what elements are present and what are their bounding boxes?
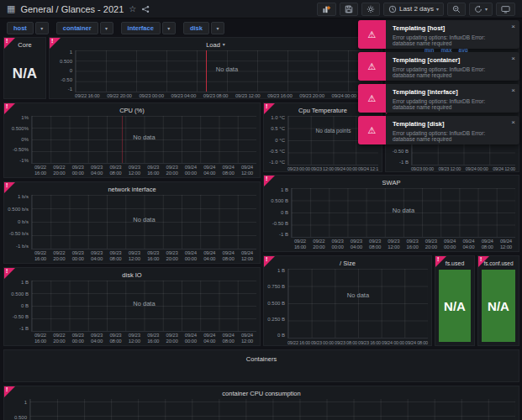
cycle-view-mode-button[interactable] xyxy=(496,3,515,16)
x-tick: 09/23 16:00 xyxy=(144,250,162,263)
x-tick: 09/23 12:00 xyxy=(125,165,144,177)
star-icon[interactable]: ☆ xyxy=(129,4,136,13)
x-tick: 09/24 00:00 xyxy=(440,239,459,251)
y-tick: -1 B xyxy=(399,160,409,165)
variable-disk: disk ▾ xyxy=(183,22,224,34)
toast-title: Templating [container] xyxy=(393,56,508,64)
save-dashboard-button[interactable] xyxy=(340,3,358,16)
panel-title[interactable]: / Size xyxy=(264,256,431,267)
y-tick: -1.0 °C xyxy=(269,160,285,165)
chevron-down-icon: ▾ xyxy=(485,7,488,12)
x-tick: 09/23 04:00 xyxy=(87,250,106,263)
y-axis: 1 B0.750 B0.500 B0.250 B0 B xyxy=(264,269,287,339)
panel-error-icon[interactable]: ! xyxy=(4,38,15,49)
toast-title: Templating [interface] xyxy=(393,88,508,96)
x-tick: 09/23 08:00 xyxy=(106,250,124,263)
toast-message: Error updating options: InfluxDB Error: … xyxy=(393,66,508,78)
panel-title[interactable]: container CPU consumption xyxy=(4,386,519,397)
panel-title[interactable]: network interface xyxy=(4,182,260,193)
close-icon[interactable]: × xyxy=(511,118,515,126)
x-tick: 09/24 00:00 xyxy=(182,333,200,345)
close-icon[interactable]: × xyxy=(511,55,515,62)
no-data-text: No data xyxy=(216,66,238,73)
share-icon[interactable] xyxy=(141,5,150,13)
panel-error-icon[interactable]: ! xyxy=(264,103,275,114)
panel-title[interactable]: SWAP xyxy=(264,176,519,186)
panel-error-icon[interactable]: ! xyxy=(478,256,489,267)
panel-error-icon[interactable]: ! xyxy=(264,176,275,186)
x-tick: 09/23 08:00 xyxy=(366,239,384,251)
panel-error-icon[interactable]: ! xyxy=(435,256,446,267)
x-tick: 09/23 16:00 xyxy=(403,239,422,251)
x-tick: 09/23 04:00 xyxy=(87,333,106,345)
panel-fs-used: ! fs.used N/A xyxy=(435,255,475,346)
annotation-line xyxy=(122,116,123,163)
plot-area[interactable]: No data xyxy=(75,50,378,92)
y-tick: -0.50% xyxy=(13,147,29,152)
variable-interface-dropdown[interactable]: ▾ xyxy=(162,22,176,34)
plot-area[interactable]: No data xyxy=(31,116,256,164)
close-icon[interactable]: × xyxy=(511,87,515,94)
x-axis: 09/22 16:0009/22 20:0009/23 00:0009/23 0… xyxy=(291,238,519,251)
variable-disk-label[interactable]: disk xyxy=(183,22,209,34)
x-tick: 09/23 00:00 xyxy=(287,166,310,171)
y-tick: 0.5 °C xyxy=(271,126,285,131)
notification-toasts: ⚠ Templating [host] Error updating optio… xyxy=(358,20,519,144)
panel-containers: Containers xyxy=(3,349,519,382)
y-tick: -1 B xyxy=(19,326,29,331)
zoom-out-time-button[interactable] xyxy=(447,3,466,16)
y-tick: 0 B xyxy=(277,333,285,338)
variable-container-dropdown[interactable]: ▾ xyxy=(100,22,113,34)
dashboard-grid-icon[interactable]: ▦ xyxy=(7,4,15,13)
add-panel-button[interactable] xyxy=(317,3,336,16)
time-range-picker[interactable]: Last 2 days ▾ xyxy=(383,3,444,16)
singlestat-background: N/A xyxy=(482,270,515,342)
variable-interface-label[interactable]: interface xyxy=(121,22,161,34)
variable-host-dropdown[interactable]: ▾ xyxy=(35,22,49,34)
plot-area[interactable]: No data xyxy=(291,188,515,238)
y-tick: -1 b/s xyxy=(16,244,29,249)
panel-error-icon[interactable]: ! xyxy=(4,103,15,114)
x-tick: 09/22 16:00 xyxy=(31,250,50,263)
panel-cpu: ! CPU (%) 1%0.500%0%-0.50%-1% No data 09… xyxy=(3,102,261,178)
panel-error-icon[interactable]: ! xyxy=(50,38,61,49)
variable-container-label[interactable]: container xyxy=(56,22,98,34)
plot-area[interactable]: No data xyxy=(31,195,256,249)
y-axis: 1%0.500%0%-0.50%-1% xyxy=(4,116,31,164)
x-tick: 09/23 12:00 xyxy=(125,333,144,345)
dashboard-settings-button[interactable] xyxy=(361,3,380,16)
x-tick: 09/23 20:00 xyxy=(163,333,182,345)
panel-error-icon[interactable]: ! xyxy=(4,268,15,279)
variable-container: container ▾ xyxy=(56,22,113,34)
variable-disk-dropdown[interactable]: ▾ xyxy=(211,22,224,34)
x-tick: 09/24 12:00 xyxy=(238,333,256,345)
variable-host-label[interactable]: host xyxy=(7,22,34,34)
warning-triangle-icon: ⚠ xyxy=(358,84,386,113)
dashboard-title[interactable]: General / Glances - 2021 xyxy=(20,4,124,14)
x-tick: 09/24 04:00 xyxy=(200,165,219,177)
y-tick: 1 xyxy=(24,400,27,405)
x-tick: 09/23 16:00 xyxy=(267,93,293,98)
refresh-button[interactable]: ▾ xyxy=(469,3,493,16)
panel-swap: ! SWAP 1 B0.500 B0 B-0.50 B-1 B No data … xyxy=(263,175,519,252)
x-tick: 09/24 00:00 xyxy=(466,166,488,171)
panel-title[interactable]: CPU (%) xyxy=(4,103,260,114)
plot-area[interactable]: No data xyxy=(31,281,256,332)
x-axis: 09/22 16:0009/22 20:0009/23 00:0009/23 0… xyxy=(31,332,260,345)
y-axis: 1 b/s0.500 b/s0 b/s-0.50 b/s-1 b/s xyxy=(4,195,31,249)
panel-error-icon[interactable]: ! xyxy=(264,256,275,267)
panel-error-icon[interactable]: ! xyxy=(4,182,15,193)
panel-error-icon[interactable]: ! xyxy=(4,386,15,397)
y-tick: 0 °C xyxy=(275,138,285,143)
panel-title[interactable]: Load ▾ xyxy=(50,38,382,49)
panel-title[interactable]: Containers xyxy=(4,350,519,363)
close-icon[interactable]: × xyxy=(511,23,515,30)
chevron-down-icon: ▾ xyxy=(40,25,43,31)
plot-area[interactable] xyxy=(29,399,515,420)
plot-area[interactable]: No data xyxy=(287,269,428,339)
warning-triangle-icon: ⚠ xyxy=(358,20,386,49)
y-tick: 0.500% xyxy=(12,126,29,131)
y-tick: -0.50 B xyxy=(272,221,288,226)
x-tick: 09/23 04:00 xyxy=(87,165,106,177)
panel-title[interactable]: disk IO xyxy=(4,268,260,279)
